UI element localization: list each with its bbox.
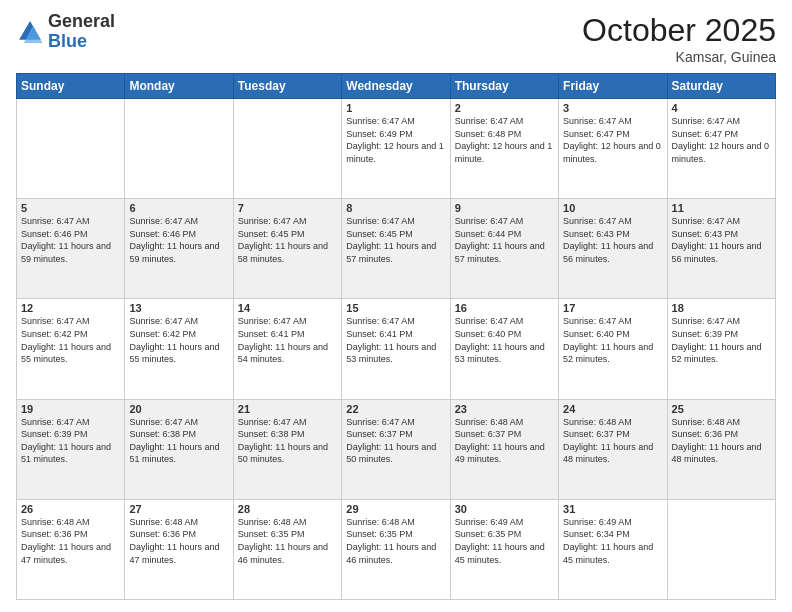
day-info: Sunrise: 6:47 AMSunset: 6:47 PMDaylight:… (563, 115, 662, 165)
calendar-cell: 4Sunrise: 6:47 AMSunset: 6:47 PMDaylight… (667, 99, 775, 199)
logo-text: General Blue (48, 12, 115, 52)
day-number: 22 (346, 403, 445, 415)
calendar-cell: 31Sunrise: 6:49 AMSunset: 6:34 PMDayligh… (559, 499, 667, 599)
day-number: 11 (672, 202, 771, 214)
day-number: 13 (129, 302, 228, 314)
calendar-cell: 9Sunrise: 6:47 AMSunset: 6:44 PMDaylight… (450, 199, 558, 299)
calendar-cell: 15Sunrise: 6:47 AMSunset: 6:41 PMDayligh… (342, 299, 450, 399)
title-block: October 2025 Kamsar, Guinea (582, 12, 776, 65)
calendar-cell: 1Sunrise: 6:47 AMSunset: 6:49 PMDaylight… (342, 99, 450, 199)
day-info: Sunrise: 6:47 AMSunset: 6:38 PMDaylight:… (238, 416, 337, 466)
col-friday: Friday (559, 74, 667, 99)
day-info: Sunrise: 6:47 AMSunset: 6:37 PMDaylight:… (346, 416, 445, 466)
logo-blue: Blue (48, 31, 87, 51)
header: General Blue October 2025 Kamsar, Guinea (16, 12, 776, 65)
calendar-cell: 18Sunrise: 6:47 AMSunset: 6:39 PMDayligh… (667, 299, 775, 399)
calendar-cell: 24Sunrise: 6:48 AMSunset: 6:37 PMDayligh… (559, 399, 667, 499)
calendar-week-2: 5Sunrise: 6:47 AMSunset: 6:46 PMDaylight… (17, 199, 776, 299)
logo-general: General (48, 11, 115, 31)
calendar-cell: 14Sunrise: 6:47 AMSunset: 6:41 PMDayligh… (233, 299, 341, 399)
calendar-cell (667, 499, 775, 599)
calendar-cell: 11Sunrise: 6:47 AMSunset: 6:43 PMDayligh… (667, 199, 775, 299)
day-info: Sunrise: 6:47 AMSunset: 6:46 PMDaylight:… (21, 215, 120, 265)
calendar-cell: 22Sunrise: 6:47 AMSunset: 6:37 PMDayligh… (342, 399, 450, 499)
calendar-cell: 2Sunrise: 6:47 AMSunset: 6:48 PMDaylight… (450, 99, 558, 199)
day-number: 7 (238, 202, 337, 214)
calendar-cell: 3Sunrise: 6:47 AMSunset: 6:47 PMDaylight… (559, 99, 667, 199)
day-number: 2 (455, 102, 554, 114)
calendar-cell: 28Sunrise: 6:48 AMSunset: 6:35 PMDayligh… (233, 499, 341, 599)
day-info: Sunrise: 6:47 AMSunset: 6:42 PMDaylight:… (21, 315, 120, 365)
location: Kamsar, Guinea (582, 49, 776, 65)
day-info: Sunrise: 6:47 AMSunset: 6:38 PMDaylight:… (129, 416, 228, 466)
day-info: Sunrise: 6:47 AMSunset: 6:41 PMDaylight:… (346, 315, 445, 365)
calendar-week-1: 1Sunrise: 6:47 AMSunset: 6:49 PMDaylight… (17, 99, 776, 199)
day-number: 28 (238, 503, 337, 515)
calendar-cell: 21Sunrise: 6:47 AMSunset: 6:38 PMDayligh… (233, 399, 341, 499)
day-info: Sunrise: 6:47 AMSunset: 6:42 PMDaylight:… (129, 315, 228, 365)
day-number: 15 (346, 302, 445, 314)
day-info: Sunrise: 6:47 AMSunset: 6:46 PMDaylight:… (129, 215, 228, 265)
day-number: 25 (672, 403, 771, 415)
day-info: Sunrise: 6:47 AMSunset: 6:43 PMDaylight:… (563, 215, 662, 265)
day-number: 30 (455, 503, 554, 515)
day-number: 14 (238, 302, 337, 314)
col-sunday: Sunday (17, 74, 125, 99)
calendar-cell: 6Sunrise: 6:47 AMSunset: 6:46 PMDaylight… (125, 199, 233, 299)
day-number: 29 (346, 503, 445, 515)
day-number: 9 (455, 202, 554, 214)
day-info: Sunrise: 6:47 AMSunset: 6:43 PMDaylight:… (672, 215, 771, 265)
calendar-cell (17, 99, 125, 199)
day-info: Sunrise: 6:47 AMSunset: 6:45 PMDaylight:… (346, 215, 445, 265)
col-thursday: Thursday (450, 74, 558, 99)
day-number: 20 (129, 403, 228, 415)
day-info: Sunrise: 6:48 AMSunset: 6:35 PMDaylight:… (346, 516, 445, 566)
day-info: Sunrise: 6:48 AMSunset: 6:35 PMDaylight:… (238, 516, 337, 566)
calendar-cell: 13Sunrise: 6:47 AMSunset: 6:42 PMDayligh… (125, 299, 233, 399)
month-title: October 2025 (582, 12, 776, 49)
day-number: 26 (21, 503, 120, 515)
day-number: 16 (455, 302, 554, 314)
day-info: Sunrise: 6:47 AMSunset: 6:45 PMDaylight:… (238, 215, 337, 265)
day-info: Sunrise: 6:47 AMSunset: 6:40 PMDaylight:… (455, 315, 554, 365)
day-info: Sunrise: 6:49 AMSunset: 6:35 PMDaylight:… (455, 516, 554, 566)
logo-icon (16, 18, 44, 46)
calendar-cell: 19Sunrise: 6:47 AMSunset: 6:39 PMDayligh… (17, 399, 125, 499)
col-tuesday: Tuesday (233, 74, 341, 99)
day-info: Sunrise: 6:48 AMSunset: 6:36 PMDaylight:… (129, 516, 228, 566)
logo: General Blue (16, 12, 115, 52)
day-info: Sunrise: 6:48 AMSunset: 6:36 PMDaylight:… (21, 516, 120, 566)
day-info: Sunrise: 6:48 AMSunset: 6:37 PMDaylight:… (455, 416, 554, 466)
day-info: Sunrise: 6:47 AMSunset: 6:47 PMDaylight:… (672, 115, 771, 165)
calendar-cell: 26Sunrise: 6:48 AMSunset: 6:36 PMDayligh… (17, 499, 125, 599)
day-number: 8 (346, 202, 445, 214)
calendar-table: Sunday Monday Tuesday Wednesday Thursday… (16, 73, 776, 600)
calendar-cell (125, 99, 233, 199)
day-number: 18 (672, 302, 771, 314)
day-number: 31 (563, 503, 662, 515)
day-info: Sunrise: 6:47 AMSunset: 6:44 PMDaylight:… (455, 215, 554, 265)
day-number: 27 (129, 503, 228, 515)
day-number: 19 (21, 403, 120, 415)
day-info: Sunrise: 6:47 AMSunset: 6:40 PMDaylight:… (563, 315, 662, 365)
day-info: Sunrise: 6:47 AMSunset: 6:41 PMDaylight:… (238, 315, 337, 365)
calendar-cell: 8Sunrise: 6:47 AMSunset: 6:45 PMDaylight… (342, 199, 450, 299)
calendar-cell (233, 99, 341, 199)
calendar-cell: 20Sunrise: 6:47 AMSunset: 6:38 PMDayligh… (125, 399, 233, 499)
day-info: Sunrise: 6:47 AMSunset: 6:49 PMDaylight:… (346, 115, 445, 165)
col-monday: Monday (125, 74, 233, 99)
calendar-week-4: 19Sunrise: 6:47 AMSunset: 6:39 PMDayligh… (17, 399, 776, 499)
calendar-cell: 25Sunrise: 6:48 AMSunset: 6:36 PMDayligh… (667, 399, 775, 499)
day-info: Sunrise: 6:47 AMSunset: 6:39 PMDaylight:… (21, 416, 120, 466)
day-info: Sunrise: 6:47 AMSunset: 6:39 PMDaylight:… (672, 315, 771, 365)
calendar-cell: 29Sunrise: 6:48 AMSunset: 6:35 PMDayligh… (342, 499, 450, 599)
calendar-cell: 12Sunrise: 6:47 AMSunset: 6:42 PMDayligh… (17, 299, 125, 399)
day-number: 23 (455, 403, 554, 415)
day-info: Sunrise: 6:49 AMSunset: 6:34 PMDaylight:… (563, 516, 662, 566)
calendar-cell: 23Sunrise: 6:48 AMSunset: 6:37 PMDayligh… (450, 399, 558, 499)
page: General Blue October 2025 Kamsar, Guinea… (0, 0, 792, 612)
col-wednesday: Wednesday (342, 74, 450, 99)
calendar-cell: 5Sunrise: 6:47 AMSunset: 6:46 PMDaylight… (17, 199, 125, 299)
calendar-cell: 16Sunrise: 6:47 AMSunset: 6:40 PMDayligh… (450, 299, 558, 399)
day-number: 1 (346, 102, 445, 114)
